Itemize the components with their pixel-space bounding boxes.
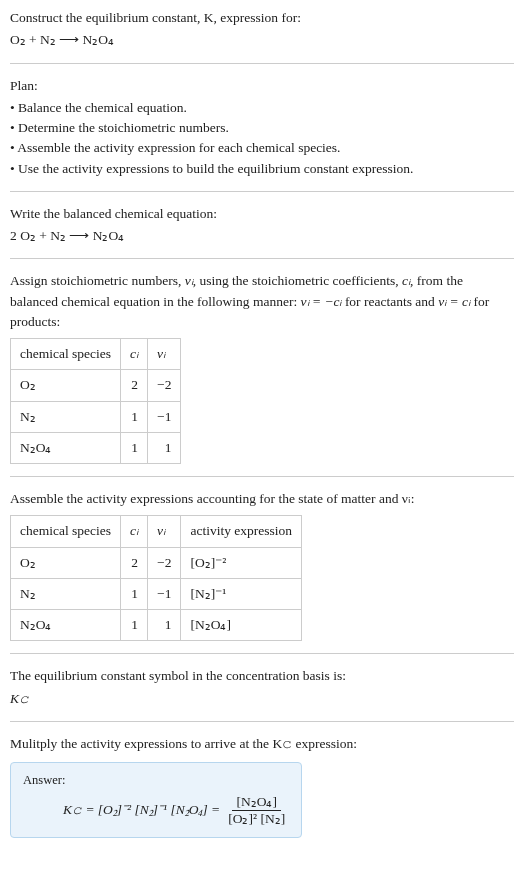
- cell-activity: [O₂]⁻²: [181, 547, 302, 578]
- cell-ci: 1: [121, 578, 148, 609]
- col-header: activity expression: [181, 516, 302, 547]
- activity-table: chemical species cᵢ νᵢ activity expressi…: [10, 515, 302, 641]
- divider: [10, 721, 514, 722]
- plan-heading: Plan:: [10, 76, 514, 96]
- cell-species: O₂: [11, 370, 121, 401]
- table-row: N₂O₄ 1 1: [11, 432, 181, 463]
- cell-species: N₂O₄: [11, 432, 121, 463]
- answer-fraction: [N₂O₄] [O₂]² [N₂]: [224, 794, 289, 827]
- col-header: cᵢ: [121, 339, 148, 370]
- cell-vi: 1: [148, 432, 181, 463]
- assign-text: Assign stoichiometric numbers, νᵢ, using…: [10, 271, 514, 332]
- divider: [10, 191, 514, 192]
- intro-equation: O₂ + N₂ ⟶ N₂O₄: [10, 30, 514, 50]
- divider: [10, 653, 514, 654]
- col-header: νᵢ: [148, 516, 181, 547]
- col-header: νᵢ: [148, 339, 181, 370]
- answer-equation: K𝚌 = [O₂]⁻² [N₂]⁻¹ [N₂O₄] = [N₂O₄] [O₂]²…: [23, 794, 289, 827]
- table-row: N₂ 1 −1: [11, 401, 181, 432]
- cell-ci: 1: [121, 610, 148, 641]
- table-row: O₂ 2 −2 [O₂]⁻²: [11, 547, 302, 578]
- cell-species: N₂: [11, 401, 121, 432]
- intro-line: Construct the equilibrium constant, K, e…: [10, 10, 301, 25]
- divider: [10, 63, 514, 64]
- answer-lhs: K𝚌 = [O₂]⁻² [N₂]⁻¹ [N₂O₄] =: [63, 800, 220, 820]
- cell-vi: −2: [148, 547, 181, 578]
- col-header: chemical species: [11, 339, 121, 370]
- cell-ci: 1: [121, 401, 148, 432]
- answer-label: Answer:: [23, 771, 289, 790]
- cell-vi: −2: [148, 370, 181, 401]
- cell-activity: [N₂]⁻¹: [181, 578, 302, 609]
- divider: [10, 476, 514, 477]
- plan-bullet: Use the activity expressions to build th…: [10, 159, 514, 179]
- answer-box: Answer: K𝚌 = [O₂]⁻² [N₂]⁻¹ [N₂O₄] = [N₂O…: [10, 762, 302, 838]
- balanced-heading: Write the balanced chemical equation:: [10, 204, 514, 224]
- assemble-text: Assemble the activity expressions accoun…: [10, 489, 514, 509]
- table-header-row: chemical species cᵢ νᵢ: [11, 339, 181, 370]
- divider: [10, 258, 514, 259]
- table-row: N₂ 1 −1 [N₂]⁻¹: [11, 578, 302, 609]
- cell-species: N₂O₄: [11, 610, 121, 641]
- cell-species: O₂: [11, 547, 121, 578]
- cell-vi: −1: [148, 578, 181, 609]
- table-row: O₂ 2 −2: [11, 370, 181, 401]
- cell-vi: 1: [148, 610, 181, 641]
- plan-bullet: Determine the stoichiometric numbers.: [10, 118, 514, 138]
- table-header-row: chemical species cᵢ νᵢ activity expressi…: [11, 516, 302, 547]
- stoich-table: chemical species cᵢ νᵢ O₂ 2 −2 N₂ 1 −1 N…: [10, 338, 181, 464]
- cell-ci: 1: [121, 432, 148, 463]
- cell-ci: 2: [121, 547, 148, 578]
- kc-basis-text: The equilibrium constant symbol in the c…: [10, 666, 514, 686]
- cell-activity: [N₂O₄]: [181, 610, 302, 641]
- col-header: cᵢ: [121, 516, 148, 547]
- cell-species: N₂: [11, 578, 121, 609]
- fraction-denominator: [O₂]² [N₂]: [224, 811, 289, 827]
- table-row: N₂O₄ 1 1 [N₂O₄]: [11, 610, 302, 641]
- multiply-text: Mulitply the activity expressions to arr…: [10, 734, 514, 754]
- kc-symbol: K𝚌: [10, 689, 514, 709]
- cell-vi: −1: [148, 401, 181, 432]
- plan-bullet: Assemble the activity expression for eac…: [10, 138, 514, 158]
- plan-bullet: Balance the chemical equation.: [10, 98, 514, 118]
- balanced-equation: 2 O₂ + N₂ ⟶ N₂O₄: [10, 226, 514, 246]
- cell-ci: 2: [121, 370, 148, 401]
- fraction-numerator: [N₂O₄]: [232, 794, 281, 811]
- col-header: chemical species: [11, 516, 121, 547]
